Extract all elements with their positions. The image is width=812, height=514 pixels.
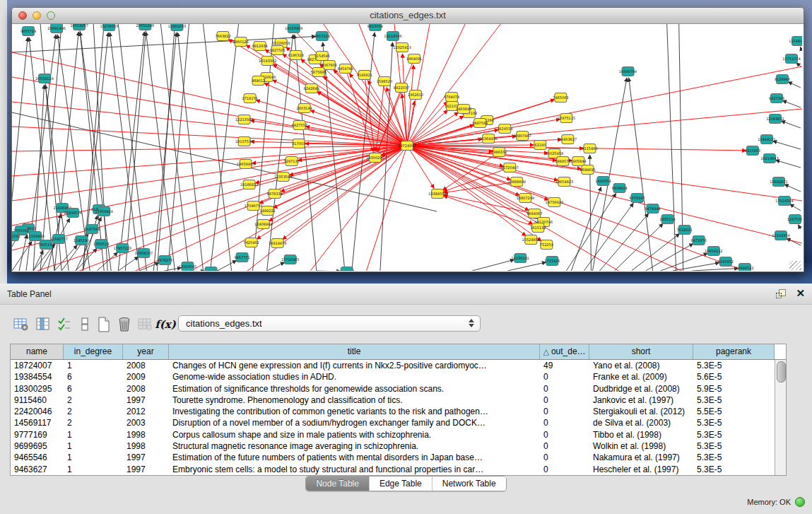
graph-node[interactable]: 2935114: [660, 215, 676, 224]
graph-node[interactable]: 19654923: [555, 177, 573, 187]
graph-edge[interactable]: [787, 238, 801, 245]
graph-node[interactable]: 16543382: [259, 57, 276, 66]
graph-edge[interactable]: [402, 54, 407, 146]
table-cell[interactable]: 1: [64, 464, 123, 475]
table-cell[interactable]: Investigating the contribution of common…: [169, 406, 540, 417]
table-cell[interactable]: Stergiakouli et al. (2012): [589, 406, 693, 417]
network-window[interactable]: citations_edges.txt 90557242069140610553…: [11, 7, 804, 272]
table-row[interactable]: 1830029562008Estimation of significance …: [11, 383, 786, 395]
table-cell[interactable]: 6: [64, 371, 123, 382]
graph-node[interactable]: 12920545: [179, 262, 196, 271]
graph-node[interactable]: 7986332: [491, 148, 507, 157]
graph-node[interactable]: 15524851: [522, 235, 540, 245]
graph-edge[interactable]: [146, 32, 175, 271]
graph-node[interactable]: 1588520: [377, 77, 392, 86]
new-file-icon[interactable]: [94, 315, 114, 334]
graph-node[interactable]: 8215953: [745, 146, 760, 156]
table-cell[interactable]: Tourette syndrome. Phenomenology and cla…: [169, 395, 540, 406]
table-cell[interactable]: Genome-wide association studies in ADHD.: [169, 371, 540, 382]
graph-edge[interactable]: [472, 259, 514, 271]
table-cell[interactable]: 5.3E-5: [693, 417, 775, 428]
graph-edge[interactable]: [12, 146, 407, 250]
graph-node[interactable]: 3857224: [314, 32, 330, 41]
graph-node[interactable]: 12409949: [254, 220, 272, 229]
graph-node[interactable]: 7663822: [215, 32, 230, 41]
graph-edge[interactable]: [661, 253, 708, 271]
graph-node[interactable]: 1964091: [406, 54, 422, 64]
graph-edge[interactable]: [507, 262, 546, 271]
close-window-button[interactable]: [18, 11, 27, 20]
graph-node[interactable]: 9146821: [357, 71, 372, 80]
float-panel-icon[interactable]: [776, 288, 786, 298]
table-row[interactable]: 2242004622012Investigating the contribut…: [11, 406, 786, 417]
network-view[interactable]: 9055724206914061055325715276003205512461…: [12, 24, 802, 271]
table-cell[interactable]: Changes of HCN gene expression and I(f) …: [169, 360, 540, 371]
column-header-year[interactable]: year: [123, 344, 169, 359]
graph-node[interactable]: 9245652: [718, 257, 734, 267]
table-cell[interactable]: 0: [540, 395, 589, 406]
graph-node[interactable]: 12104354: [772, 231, 789, 240]
graph-node[interactable]: 7905139: [38, 240, 54, 250]
graph-edge[interactable]: [571, 187, 601, 271]
table-cell[interactable]: 5.3E-5: [693, 464, 775, 475]
minimize-window-button[interactable]: [33, 11, 41, 20]
graph-edge[interactable]: [776, 160, 801, 168]
graph-node[interactable]: 17016504: [775, 197, 793, 206]
close-panel-icon[interactable]: ✕: [796, 288, 805, 298]
table-row[interactable]: 1456911722003Disruption of a novel membe…: [11, 417, 786, 428]
graph-node[interactable]: 15692971: [770, 177, 787, 187]
graph-edge[interactable]: [218, 260, 237, 271]
table-cell[interactable]: 6: [64, 383, 123, 395]
table-cell[interactable]: 0: [540, 440, 589, 452]
graph-node[interactable]: 12325413: [393, 43, 411, 52]
table-cell[interactable]: 5.9E-5: [693, 383, 775, 395]
graph-edge[interactable]: [800, 47, 801, 48]
graph-node[interactable]: 16210643: [760, 154, 778, 163]
tab-network-table[interactable]: Network Table: [433, 477, 506, 491]
table-columns-icon[interactable]: [33, 315, 53, 334]
graph-edge[interactable]: [407, 24, 430, 146]
table-cell[interactable]: 22420046: [11, 406, 64, 417]
graph-node[interactable]: 11861033: [168, 24, 186, 31]
table-cell[interactable]: Corpus callosum shape and size in male p…: [169, 429, 540, 440]
graph-node[interactable]: 9938924: [611, 184, 627, 193]
table-cell[interactable]: 1997: [123, 452, 169, 463]
table-cell[interactable]: 0: [540, 429, 589, 440]
graph-node[interactable]: 12353593: [274, 173, 292, 182]
column-header-in_degree[interactable]: in_degree: [64, 344, 123, 359]
graph-edge[interactable]: [12, 236, 18, 271]
table-cell[interactable]: 19384554: [11, 371, 64, 382]
table-cell[interactable]: 9465546: [11, 452, 64, 463]
graph-node[interactable]: 1905844: [570, 157, 586, 166]
graph-edge[interactable]: [798, 225, 801, 229]
tab-node-table[interactable]: Node Table: [306, 477, 370, 491]
graph-node[interactable]: 12444151: [758, 135, 775, 144]
graph-edge[interactable]: [646, 243, 693, 271]
graph-node[interactable]: 9684067: [526, 209, 542, 218]
graph-node[interactable]: 20206576: [64, 209, 81, 218]
graph-node[interactable]: 6379197: [629, 194, 645, 203]
graph-node[interactable]: 7425402: [243, 238, 259, 247]
graph-node[interactable]: 14463627: [559, 135, 577, 144]
table-cell[interactable]: 49: [540, 360, 589, 371]
graph-node[interactable]: 9055724: [20, 27, 36, 36]
table-cell[interactable]: 18300295: [11, 383, 64, 395]
table-cell[interactable]: 1: [64, 440, 123, 452]
graph-node[interactable]: 2718176: [242, 94, 257, 103]
graph-node[interactable]: 19384554: [428, 189, 446, 199]
table-row[interactable]: 1938455462009Genome-wide association stu…: [11, 371, 786, 382]
graph-node[interactable]: 9097588: [84, 225, 100, 234]
zoom-window-button[interactable]: [47, 11, 55, 20]
graph-node[interactable]: 989012: [252, 76, 265, 86]
graph-edge[interactable]: [782, 100, 801, 107]
graph-edge[interactable]: [118, 257, 139, 271]
graph-node[interactable]: 9129966: [775, 75, 790, 84]
graph-node[interactable]: 8454749: [338, 64, 353, 74]
graph-edge[interactable]: [407, 146, 802, 243]
graph-node[interactable]: 15751074: [782, 54, 800, 64]
graph-node[interactable]: 1498222: [259, 206, 275, 216]
rows-icon[interactable]: [75, 315, 95, 334]
graph-node[interactable]: 16914479: [269, 239, 286, 248]
graph-node[interactable]: 1949579: [555, 157, 570, 166]
window-resize-grip[interactable]: [789, 261, 801, 270]
